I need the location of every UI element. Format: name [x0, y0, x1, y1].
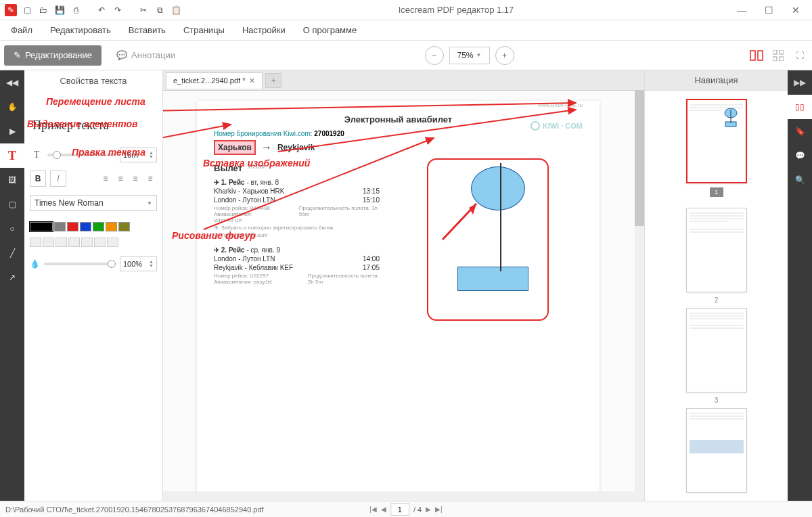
text-tool-icon[interactable]: T — [0, 143, 24, 168]
zoom-in-button[interactable]: + — [495, 46, 514, 65]
collapse-right-icon[interactable]: ▶▶ — [788, 70, 812, 95]
prev-page-icon[interactable]: ◀ — [381, 505, 386, 513]
color-swatch[interactable] — [30, 222, 53, 231]
thumbnail-1[interactable] — [686, 99, 747, 183]
flight1-details: Номер рейса: W94488 Авиакомпания:Продолж… — [214, 205, 380, 217]
close-tab-icon[interactable]: ✕ — [249, 76, 255, 85]
menu-file[interactable]: Файл — [4, 22, 39, 38]
svg-rect-2 — [773, 50, 777, 54]
print-icon[interactable]: ⎙ — [69, 3, 83, 17]
canvas-area[interactable]: e_ticket.2...2940.pdf * ✕ + www.BestFREE… — [163, 70, 644, 501]
align-justify-icon[interactable]: ≡ — [143, 172, 157, 185]
align-right-icon[interactable]: ≡ — [129, 172, 142, 185]
opacity-input[interactable]: 100%▲▼ — [120, 256, 157, 271]
pattern-swatches[interactable] — [30, 238, 157, 247]
first-page-icon[interactable]: |◀ — [369, 505, 377, 513]
cut-icon[interactable]: ✂ — [137, 3, 150, 17]
menu-about[interactable]: О программе — [296, 22, 364, 38]
rectangle-tool-icon[interactable]: ▢ — [0, 192, 24, 217]
align-center-icon[interactable]: ≡ — [114, 172, 127, 185]
vertical-scrollbar[interactable] — [635, 91, 644, 501]
font-size-slider[interactable] — [47, 154, 116, 156]
arrow-tool-icon[interactable]: ↗ — [0, 265, 24, 290]
thumb-1-number: 1 — [710, 187, 723, 197]
search-icon[interactable]: 🔍 — [788, 168, 812, 192]
pattern-1[interactable] — [43, 238, 54, 247]
pattern-6[interactable] — [107, 238, 118, 247]
depart-header: Вылет7h 0m — [214, 163, 380, 173]
thumbnail-4[interactable] — [686, 408, 747, 493]
zoom-out-button[interactable]: − — [425, 46, 444, 65]
edit-mode-button[interactable]: ✎ Редактирование — [4, 45, 102, 66]
thumbnails[interactable]: 1 2 3 — [645, 91, 788, 501]
new-icon[interactable]: ▢ — [20, 3, 34, 17]
thumbnails-icon[interactable]: ▯▯ — [788, 95, 812, 119]
copy-icon[interactable]: ⧉ — [153, 3, 166, 17]
menu-pages[interactable]: Страницы — [177, 22, 231, 38]
svg-rect-5 — [780, 57, 784, 61]
line-tool-icon[interactable]: ╱ — [0, 241, 24, 265]
svg-rect-4 — [773, 57, 777, 61]
fullscreen-icon[interactable]: ⛶ — [792, 47, 808, 64]
color-swatch[interactable] — [118, 222, 130, 231]
close-button[interactable]: ✕ — [782, 1, 809, 20]
save-icon[interactable]: 💾 — [53, 3, 66, 17]
svg-marker-7 — [469, 204, 476, 215]
horizontal-scrollbar[interactable] — [163, 491, 635, 501]
next-page-icon[interactable]: ▶ — [426, 505, 431, 513]
shape-arrow[interactable] — [439, 196, 487, 243]
document-tab[interactable]: e_ticket.2...2940.pdf * ✕ — [166, 72, 263, 89]
paste-icon[interactable]: 📋 — [169, 3, 183, 17]
page-total: / 4 — [413, 505, 422, 514]
page-number-input[interactable] — [390, 503, 409, 516]
thumbnail-3[interactable] — [686, 308, 747, 392]
redo-icon[interactable]: ↷ — [111, 3, 125, 17]
color-swatch[interactable] — [80, 222, 91, 231]
shape-rect[interactable] — [457, 267, 528, 291]
pattern-4[interactable] — [81, 238, 93, 247]
color-picker-icon[interactable] — [30, 238, 41, 247]
fit-width-icon[interactable] — [748, 47, 765, 64]
pointer-tool-icon[interactable]: ▶ — [0, 119, 24, 143]
font-family-select[interactable]: Times New Roman▼ — [30, 195, 157, 211]
color-swatch[interactable] — [67, 222, 78, 231]
pattern-5[interactable] — [94, 238, 106, 247]
undo-icon[interactable]: ↶ — [95, 3, 108, 17]
color-swatch[interactable] — [54, 222, 66, 231]
bold-button[interactable]: B — [30, 171, 46, 187]
italic-button[interactable]: I — [50, 171, 66, 187]
pattern-2[interactable] — [55, 238, 67, 247]
circle-tool-icon[interactable]: ○ — [0, 217, 24, 241]
menu-edit[interactable]: Редактировать — [43, 22, 118, 38]
window-title: Icecream PDF редактор 1.17 — [184, 5, 728, 15]
color-swatches[interactable] — [30, 222, 130, 231]
comments-icon[interactable]: 💬 — [788, 143, 812, 168]
color-swatch[interactable] — [106, 222, 117, 231]
page-view[interactable]: www.BestFREE.ru Электронный авиабилет Но… — [197, 101, 600, 500]
open-icon[interactable]: 🗁 — [37, 3, 50, 17]
booking-number: Номер бронирования Kiwi.com: 27001920 — [214, 130, 583, 137]
image-tool-icon[interactable]: 🖼 — [0, 168, 24, 192]
origin-highlighted[interactable]: Харьков — [214, 140, 256, 155]
pattern-3[interactable] — [68, 238, 80, 247]
font-size-input[interactable]: 16пт▲▼ — [120, 148, 157, 162]
thumbnail-2[interactable] — [686, 208, 747, 292]
collapse-left-icon[interactable]: ◀◀ — [0, 70, 24, 95]
annotate-mode-button[interactable]: 💬 Аннотации — [107, 45, 185, 66]
app-logo-icon: ✎ — [4, 3, 18, 17]
minimize-button[interactable]: — — [728, 1, 755, 20]
bullet1: ⊕Забрать и повторно зарегистрировать баг… — [214, 225, 380, 231]
opacity-slider[interactable] — [44, 263, 116, 265]
grid-view-icon[interactable] — [770, 47, 786, 64]
menu-insert[interactable]: Вставить — [122, 22, 173, 38]
add-tab-button[interactable]: + — [265, 73, 281, 88]
hand-tool-icon[interactable]: ✋ — [0, 95, 24, 119]
bookmarks-icon[interactable]: 🔖 — [788, 119, 812, 143]
zoom-level[interactable]: 75%▼ — [449, 47, 490, 64]
align-left-icon[interactable]: ≡ — [99, 172, 112, 185]
color-swatch[interactable] — [93, 222, 104, 231]
shape-line[interactable] — [500, 163, 501, 271]
menu-settings[interactable]: Настройки — [235, 22, 292, 38]
last-page-icon[interactable]: ▶| — [435, 505, 443, 513]
maximize-button[interactable]: ☐ — [755, 1, 782, 20]
